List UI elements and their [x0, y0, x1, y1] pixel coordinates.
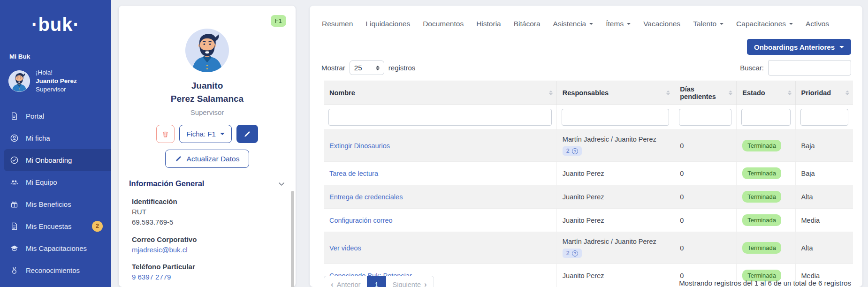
chevron-down-icon	[627, 23, 631, 25]
sidebar-item-mis-encuestas[interactable]: Mis Encuestas2	[4, 215, 111, 237]
records-label: registros	[388, 64, 416, 72]
column-header-dias-pendientes[interactable]: Días pendientes	[674, 81, 737, 105]
sort-icon	[549, 91, 553, 95]
tab-activos[interactable]: Activos	[806, 20, 829, 28]
sidebar-item-reconocimientos[interactable]: Reconocimientos	[4, 259, 111, 281]
filter-input-estado[interactable]	[741, 109, 790, 126]
profile-name: Juanito Perez Salamanca	[119, 79, 296, 105]
user-role: Supervisor	[36, 85, 77, 94]
task-link[interactable]: Extingir Dinosaurios	[329, 142, 390, 150]
prioridad-cell: Alta	[795, 185, 853, 209]
sort-icon	[666, 91, 670, 95]
responsables-count-badge[interactable]: 2 ?	[563, 249, 582, 258]
dias-pendientes-cell: 0	[674, 162, 737, 185]
table-row: Entrega de credencialesJuanito Perez0Ter…	[324, 185, 853, 209]
filter-input-prioridad[interactable]	[800, 109, 848, 126]
responsables-count-badge[interactable]: 2 ?	[563, 146, 582, 156]
sidebar-divider	[5, 102, 107, 102]
delete-button[interactable]	[156, 125, 175, 143]
graduation-cap-icon	[10, 244, 19, 253]
profile-avatar	[185, 28, 229, 73]
tab-items[interactable]: Ítems	[606, 20, 631, 28]
page-size-select[interactable]: 25	[350, 60, 384, 75]
notification-count-badge: 2	[92, 221, 103, 232]
task-link[interactable]: Ver videos	[329, 244, 361, 252]
pagination: ‹ Anterior 1 Siguiente ›	[324, 276, 434, 287]
pagination-page-1[interactable]: 1	[367, 276, 386, 287]
pagination-prev-button[interactable]: ‹ Anterior	[324, 276, 367, 287]
status-badge: Terminada	[742, 242, 781, 254]
question-circle-icon: ?	[572, 148, 578, 154]
sidebar-item-mi-onboarding[interactable]: Mi Onboarding	[4, 149, 111, 171]
ficha-dropdown-button[interactable]: Ficha: F1	[179, 125, 232, 143]
info-general-header[interactable]: Información General	[129, 179, 285, 188]
tab-asistencia[interactable]: Asistencia	[553, 20, 594, 28]
info-link[interactable]: 9 6397 2779	[132, 272, 285, 282]
tab-liquidaciones[interactable]: Liquidaciones	[365, 20, 410, 28]
tab-talento[interactable]: Talento	[693, 20, 723, 28]
chevron-down-icon	[789, 23, 793, 25]
sidebar-user: ¡Hola! Juanito Perez Supervisor	[8, 68, 111, 94]
info-fields: IdentificaciónRUT69.593.769-5Correo Corp…	[132, 197, 285, 287]
pencil-icon	[175, 155, 182, 162]
sidebar-item-mi-equipo[interactable]: Mi Equipo	[4, 171, 111, 193]
column-header-responsables[interactable]: Responsables	[556, 81, 674, 105]
chevron-right-icon: ›	[424, 280, 427, 287]
filter-input-dias-pendientes[interactable]	[679, 109, 731, 126]
status-badge: Terminada	[742, 214, 781, 226]
onboardings-anteriores-button[interactable]: Onboardings Anteriores	[747, 39, 851, 55]
task-link[interactable]: Entrega de credenciales	[329, 193, 403, 201]
profile-card: F1 Juanito Perez Salamanca Supervisor Fi…	[119, 6, 296, 287]
responsables-text: Juanito Perez	[563, 170, 668, 177]
user-greeting: ¡Hola!	[36, 68, 77, 77]
update-data-button[interactable]: Actualizar Datos	[165, 150, 250, 168]
status-badge: Terminada	[742, 191, 781, 203]
responsables-text: Juanito Perez	[563, 272, 668, 279]
trash-icon	[161, 130, 169, 138]
task-link[interactable]: Configuración correo	[329, 217, 393, 224]
prioridad-cell: Baja	[795, 162, 853, 185]
filter-input-nombre[interactable]	[328, 109, 552, 126]
card-scrollbar[interactable]	[291, 191, 294, 287]
chevron-down-icon	[720, 23, 723, 25]
tab-bitacora[interactable]: Bitácora	[514, 20, 541, 28]
info-link[interactable]: mjadresic@buk.cl	[132, 245, 285, 255]
user-name: Juanito Perez	[36, 77, 77, 85]
info-value: RUT	[132, 207, 285, 217]
search-input[interactable]	[768, 60, 851, 76]
tab-vacaciones[interactable]: Vacaciones	[643, 20, 680, 28]
sidebar-item-mis-beneficios[interactable]: Mis Beneficios	[4, 193, 111, 215]
document-icon	[10, 112, 19, 121]
sort-icon	[788, 91, 792, 95]
column-header-nombre[interactable]: Nombre	[324, 81, 556, 105]
tab-resumen[interactable]: Resumen	[322, 20, 353, 28]
table-row: Ver videosMartín Jadresic / Juanito Pere…	[324, 232, 853, 264]
tab-documentos[interactable]: Documentos	[423, 20, 464, 28]
sidebar: ·buk· Mi Buk ¡Hola! Juanito Perez Superv…	[0, 0, 111, 287]
responsables-text: Juanito Perez	[563, 193, 668, 201]
filter-input-responsables[interactable]	[562, 109, 669, 126]
responsables-text: Juanito Perez	[563, 217, 668, 224]
column-header-estado[interactable]: Estado	[737, 81, 795, 105]
table-row: Tarea de lecturaJuanito Perez0TerminadaB…	[324, 162, 853, 185]
info-general-title: Información General	[129, 179, 204, 188]
sidebar-section-label: Mi Buk	[9, 53, 111, 60]
pencil-icon	[244, 130, 251, 138]
survey-icon	[10, 222, 19, 231]
sidebar-item-mi-ficha[interactable]: Mi ficha	[4, 127, 111, 149]
buk-logo: ·buk·	[0, 14, 111, 35]
tab-capacitaciones[interactable]: Capacitaciones	[736, 20, 793, 28]
task-link[interactable]: Tarea de lectura	[329, 170, 378, 177]
column-header-prioridad[interactable]: Prioridad	[795, 81, 853, 105]
chevron-down-icon	[589, 23, 593, 25]
tab-historia[interactable]: Historia	[476, 20, 501, 28]
main-panel: ResumenLiquidacionesDocumentosHistoriaBi…	[310, 6, 862, 287]
sidebar-item-portal[interactable]: Portal	[4, 105, 111, 127]
dias-pendientes-cell: 0	[674, 185, 737, 209]
pagination-next-button[interactable]: Siguiente ›	[386, 276, 434, 287]
ficha-chip: F1	[271, 15, 286, 27]
sidebar-item-mis-capacitaciones[interactable]: Mis Capacitaciones	[4, 237, 111, 259]
edit-button[interactable]	[236, 125, 258, 143]
info-field-identificacion: IdentificaciónRUT69.593.769-5	[132, 197, 285, 227]
select-arrows-icon	[376, 66, 380, 70]
